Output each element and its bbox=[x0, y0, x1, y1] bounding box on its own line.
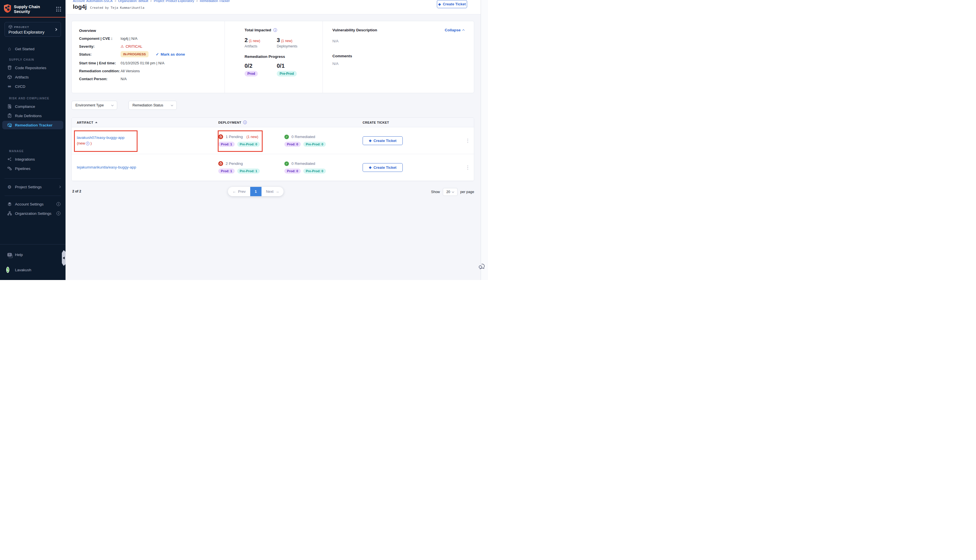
remediation-tracker-icon bbox=[7, 123, 12, 128]
sidebar-item-organization-settings[interactable]: Organization Settings i bbox=[0, 209, 65, 218]
contact-value: N/A bbox=[120, 77, 127, 81]
chevron-down-icon bbox=[452, 190, 454, 192]
diamond-icon: ◆ bbox=[438, 3, 441, 6]
sidebar-item-label: Integrations bbox=[15, 157, 35, 162]
column-artifact: ARTIFACT bbox=[77, 121, 93, 124]
page-size-select[interactable]: 20 bbox=[443, 188, 457, 196]
sidebar-item-project-settings[interactable]: ⚙ Project Settings bbox=[0, 183, 65, 191]
sidebar-item-remediation-tracker[interactable]: Remediation Tracker bbox=[2, 121, 63, 129]
sidebar-item-account-settings[interactable]: Account Settings i bbox=[0, 200, 65, 208]
condition-label: Remediation condition: bbox=[79, 69, 120, 73]
project-selector[interactable]: PROJECT Product Exploratory bbox=[5, 22, 61, 37]
breadcrumb-separator: > bbox=[115, 0, 116, 3]
impacted-artifacts: 2(1 new) Artifacts bbox=[245, 37, 277, 48]
breadcrumb-organization-link[interactable]: Organization: default bbox=[118, 0, 148, 3]
apps-grid-icon[interactable] bbox=[56, 7, 61, 12]
pipelines-icon bbox=[7, 166, 12, 171]
sidebar-item-rule-definitions[interactable]: Rule Definitions bbox=[0, 112, 65, 120]
sidebar-item-get-started[interactable]: ⌂ Get Started bbox=[0, 45, 65, 53]
breadcrumb-project-link[interactable]: Project: Product Exploratory bbox=[153, 0, 194, 3]
artifacts-label: Artifacts bbox=[245, 44, 277, 48]
sidebar-item-label: Pipelines bbox=[15, 167, 30, 171]
info-icon[interactable]: i bbox=[57, 212, 60, 215]
remediated-check-icon: ✓ bbox=[284, 162, 289, 166]
support-chat-icon[interactable] bbox=[478, 262, 486, 271]
next-page-button[interactable]: Next→ bbox=[262, 187, 284, 196]
info-icon[interactable]: i bbox=[86, 142, 90, 145]
page-number-button[interactable]: 1 bbox=[250, 187, 262, 196]
row-menu-kebab-icon[interactable]: ⋮ bbox=[460, 165, 475, 170]
sidebar-item-help[interactable]: Help bbox=[0, 250, 65, 259]
create-ticket-button[interactable]: ◆ Create Ticket bbox=[363, 136, 403, 145]
warning-icon: ⚠ bbox=[120, 44, 124, 48]
vulnerability-section: Vulnerability Description Collapse N/A C… bbox=[322, 21, 474, 93]
artifact-link[interactable]: lavakush07/easy-buggy-app bbox=[77, 135, 125, 140]
chevron-down-icon bbox=[171, 103, 173, 106]
preprod-progress: 0/1 Pre-Prod bbox=[277, 63, 309, 77]
info-icon[interactable]: i bbox=[274, 28, 277, 32]
comments-title: Comments bbox=[332, 54, 464, 58]
collapse-button[interactable]: Collapse bbox=[445, 28, 464, 32]
sidebar-item-artifacts[interactable]: Artifacts bbox=[0, 73, 65, 81]
sidebar-item-label: CI/CD bbox=[15, 84, 25, 88]
per-page-label: per page bbox=[460, 190, 474, 194]
preprod-badge: Pre-Prod bbox=[277, 71, 297, 77]
prev-page-button[interactable]: ←Prev bbox=[228, 187, 250, 196]
section-manage: MANAGE bbox=[0, 150, 65, 153]
artifacts-new-count: (1 new) bbox=[249, 39, 260, 43]
info-icon[interactable]: i bbox=[57, 202, 60, 206]
app-logo-shield-icon bbox=[4, 4, 11, 17]
sidebar-item-compliance[interactable]: Compliance bbox=[0, 102, 65, 111]
prod-progress: 0/2 Prod bbox=[245, 63, 277, 77]
cube-icon bbox=[7, 75, 12, 80]
artifacts-count: 2 bbox=[245, 37, 248, 43]
column-create-ticket: CREATE TICKET bbox=[363, 121, 389, 124]
sidebar-item-pipelines[interactable]: Pipelines bbox=[0, 164, 65, 173]
impacted-deployments: 3(1 new) Deployments bbox=[277, 37, 309, 48]
prod-count-badge: Prod: 0 bbox=[284, 168, 301, 173]
sidebar-item-label: Get Started bbox=[15, 47, 35, 51]
comments-value: N/A bbox=[332, 62, 464, 66]
artifact-link[interactable]: tejakummarikuntla/easy-buggy-app bbox=[77, 165, 136, 169]
contact-label: Contact Person: bbox=[79, 77, 120, 81]
user-menu[interactable]: L Lavakush bbox=[0, 266, 65, 274]
project-label: PROJECT bbox=[8, 25, 57, 29]
diamond-icon: ◆ bbox=[369, 139, 371, 142]
create-ticket-button[interactable]: ◆ Create Ticket bbox=[437, 0, 467, 8]
pending-count: 1 Pending bbox=[226, 135, 243, 139]
project-name: Product Exploratory bbox=[8, 30, 57, 35]
create-ticket-button[interactable]: ◆ Create Ticket bbox=[363, 163, 403, 172]
sidebar-item-code-repositories[interactable]: Code Repositories bbox=[0, 63, 65, 72]
content-area: Overview Component | CVE :log4j | N/A Se… bbox=[65, 14, 480, 280]
environment-type-filter[interactable]: Environment Type bbox=[72, 101, 117, 110]
main-area: Account: Automation-SSCA>Organization: d… bbox=[65, 0, 480, 280]
info-icon[interactable]: i bbox=[243, 120, 247, 124]
sidebar-item-label: Help bbox=[15, 253, 23, 257]
pagination-summary: 2 of 2 bbox=[72, 189, 81, 193]
artifacts-table: ARTIFACT DEPLOYMENTi CREATE TICKET lavak… bbox=[72, 117, 474, 181]
sidebar-collapse-handle[interactable] bbox=[62, 250, 66, 266]
breadcrumb-account-link[interactable]: Account: Automation-SSCA bbox=[73, 0, 113, 3]
integrations-icon bbox=[7, 157, 12, 162]
mark-as-done-button[interactable]: ✓Mark as done bbox=[156, 52, 185, 57]
remediated-count: 0 Remediated bbox=[292, 162, 315, 166]
arrow-left-icon: ← bbox=[232, 189, 236, 193]
row-menu-kebab-icon[interactable]: ⋮ bbox=[460, 138, 475, 144]
sidebar-item-integrations[interactable]: Integrations bbox=[0, 155, 65, 163]
sidebar-item-cicd[interactable]: ∞ CI/CD bbox=[0, 82, 65, 91]
overview-title: Overview bbox=[79, 28, 225, 33]
sidebar-item-label: Rule Definitions bbox=[15, 114, 42, 118]
section-supply-chain: SUPPLY CHAIN bbox=[0, 58, 65, 61]
severity-label: Severity: bbox=[79, 44, 120, 48]
remediated-check-icon: ✓ bbox=[284, 135, 289, 139]
sidebar: Supply Chain Security PROJECT Product Ex… bbox=[0, 0, 65, 280]
component-cve-label: Component | CVE : bbox=[79, 37, 120, 41]
page-title: log4j bbox=[73, 3, 87, 10]
sort-ascending-icon[interactable] bbox=[95, 122, 97, 123]
pending-icon bbox=[218, 134, 223, 139]
overview-card: Overview Component | CVE :log4j | N/A Se… bbox=[72, 21, 474, 93]
remediation-status-filter[interactable]: Remediation Status bbox=[128, 101, 177, 110]
cube-icon bbox=[8, 25, 12, 29]
breadcrumb-remediation-tracker-link[interactable]: Remediation Tracker bbox=[200, 0, 230, 3]
create-ticket-label: Create Ticket bbox=[373, 138, 396, 143]
